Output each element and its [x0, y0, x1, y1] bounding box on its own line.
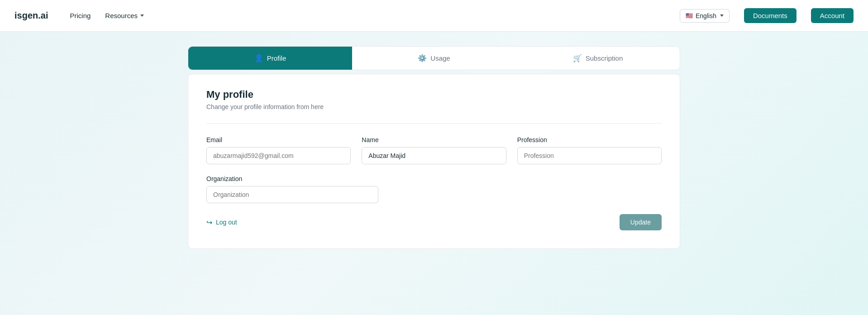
profile-subtitle: Change your profile information from her…: [206, 103, 662, 110]
update-button[interactable]: Update: [620, 214, 662, 230]
email-label: Email: [206, 136, 351, 143]
email-input[interactable]: [206, 147, 351, 164]
org-group: Organization: [206, 175, 378, 203]
nav-resources-label: Resources: [105, 12, 138, 19]
main-content: 👤 Profile ⚙️ Usage 🛒 Subscription My pro…: [181, 32, 687, 263]
form-row-1: Email Name Profession: [206, 136, 662, 164]
name-input[interactable]: [362, 147, 506, 164]
logout-icon: ↪: [206, 218, 212, 227]
tab-subscription[interactable]: 🛒 Subscription: [516, 47, 680, 70]
tab-subscription-label: Subscription: [586, 54, 623, 62]
divider: [206, 123, 662, 124]
profession-input[interactable]: [517, 147, 662, 164]
logout-button[interactable]: ↪ Log out: [206, 218, 237, 227]
lang-chevron-icon: [720, 14, 724, 17]
logo: isgen.ai: [14, 10, 48, 21]
form-row-2: Organization: [206, 175, 662, 203]
tab-profile[interactable]: 👤 Profile: [188, 47, 352, 70]
name-group: Name: [362, 136, 506, 164]
tabs-container: 👤 Profile ⚙️ Usage 🛒 Subscription: [188, 46, 680, 70]
form-footer: ↪ Log out Update: [206, 214, 662, 230]
tab-profile-label: Profile: [267, 54, 286, 62]
documents-button[interactable]: Documents: [744, 8, 796, 23]
flag-icon: 🇺🇸: [686, 12, 693, 19]
language-selector[interactable]: 🇺🇸 English: [680, 9, 730, 23]
tab-usage[interactable]: ⚙️ Usage: [352, 47, 516, 70]
tab-usage-label: Usage: [430, 54, 450, 62]
lang-label: English: [696, 12, 716, 19]
profile-title: My profile: [206, 89, 662, 100]
account-button[interactable]: Account: [811, 8, 854, 23]
subscription-icon: 🛒: [573, 54, 582, 62]
org-label: Organization: [206, 175, 378, 182]
chevron-down-icon: [140, 14, 144, 17]
profile-icon: 👤: [254, 54, 263, 62]
profile-card: My profile Change your profile informati…: [188, 74, 680, 249]
email-group: Email: [206, 136, 351, 164]
name-label: Name: [362, 136, 506, 143]
nav-pricing[interactable]: Pricing: [70, 12, 91, 19]
profession-group: Profession: [517, 136, 662, 164]
usage-icon: ⚙️: [418, 54, 427, 62]
navbar: isgen.ai Pricing Resources 🇺🇸 English Do…: [0, 0, 868, 32]
profession-label: Profession: [517, 136, 662, 143]
logout-label: Log out: [216, 219, 237, 226]
nav-resources[interactable]: Resources: [105, 12, 144, 19]
org-input[interactable]: [206, 186, 378, 203]
